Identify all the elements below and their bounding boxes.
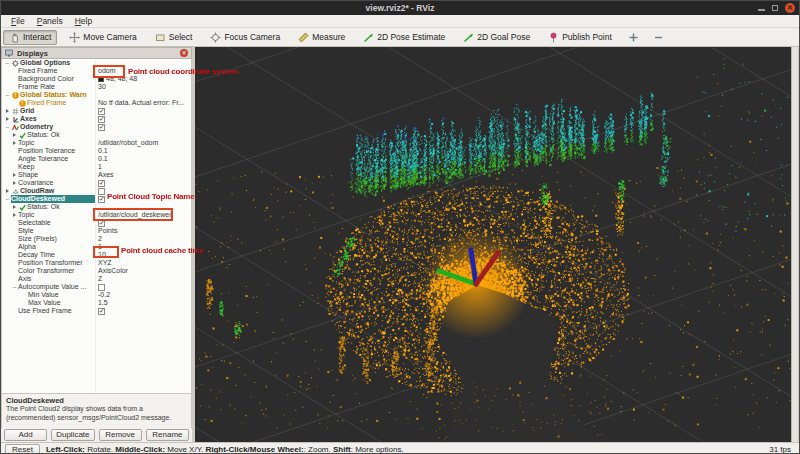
tree-row-frame-rate[interactable]: Frame Rate30: [2, 83, 191, 91]
checkbox-checked[interactable]: [98, 108, 105, 115]
tree-row-alpha[interactable]: Alpha1: [2, 243, 191, 251]
expand-icon[interactable]: [11, 131, 18, 139]
add-button[interactable]: Add: [4, 429, 47, 441]
tool-measure[interactable]: Measure: [292, 30, 351, 45]
tree-row-global-status-warn[interactable]: –!Global Status: Warn: [2, 91, 191, 99]
tree-value[interactable]: [95, 59, 191, 67]
tree-value[interactable]: [95, 203, 191, 211]
tree-value[interactable]: 0.1: [95, 155, 191, 163]
expand-icon[interactable]: [4, 115, 11, 123]
tree-row-grid[interactable]: Grid: [2, 107, 191, 115]
tree-row-fixed-frame[interactable]: !Fixed FrameNo tf data. Actual error: Fr…: [2, 99, 191, 107]
tree-value[interactable]: 0.1: [95, 147, 191, 155]
tree-row-topic[interactable]: Topic/utlidar/robot_odom: [2, 139, 191, 147]
collapse-icon[interactable]: –: [4, 91, 11, 99]
minimize-icon[interactable]: [758, 9, 765, 11]
tree-value[interactable]: [95, 307, 191, 315]
tree-row-odometry[interactable]: –Odometry: [2, 123, 191, 131]
tool-2d-pose-estimate[interactable]: 2D Pose Estimate: [357, 30, 451, 45]
tree-value[interactable]: 2: [95, 235, 191, 243]
tree-row-status-ok[interactable]: Status: Ok: [2, 203, 191, 211]
checkbox-checked[interactable]: [98, 180, 105, 187]
tree-value[interactable]: 1: [95, 163, 191, 171]
tree-row-use-fixed-frame[interactable]: Use Fixed Frame: [2, 307, 191, 315]
tree-row-position-tolerance[interactable]: Position Tolerance0.1: [2, 147, 191, 155]
checkbox-checked[interactable]: [98, 308, 105, 315]
expand-icon[interactable]: [4, 107, 11, 115]
expand-icon[interactable]: [11, 139, 18, 147]
tree-row-style[interactable]: StylePoints: [2, 227, 191, 235]
tree-row-shape[interactable]: ShapeAxes: [2, 171, 191, 179]
tree-row-size-pixels-[interactable]: Size (Pixels)2: [2, 235, 191, 243]
menu-file[interactable]: File: [6, 16, 30, 26]
tree-row-covariance[interactable]: Covariance: [2, 179, 191, 187]
tree-row-position-transformer[interactable]: Position TransformerXYZ: [2, 259, 191, 267]
collapse-icon[interactable]: –: [4, 195, 11, 203]
expand-icon[interactable]: [4, 187, 11, 195]
duplicate-button[interactable]: Duplicate: [51, 429, 94, 441]
tree-value[interactable]: [95, 131, 191, 139]
tool-move-camera[interactable]: Move Camera: [63, 30, 142, 45]
close-icon[interactable]: ✕: [785, 3, 795, 13]
tree-value[interactable]: XYZ: [95, 259, 191, 267]
tree-value[interactable]: 1: [95, 243, 191, 251]
tool-2d-goal-pose[interactable]: 2D Goal Pose: [457, 30, 536, 45]
tree-row-clouddeskewed[interactable]: –CloudDeskewed: [2, 195, 191, 203]
collapse-icon[interactable]: –: [11, 283, 18, 291]
tree-value[interactable]: [95, 187, 191, 195]
tool-add-tool[interactable]: [624, 30, 643, 45]
tree-row-min-value[interactable]: Min Value-0.2: [2, 291, 191, 299]
collapse-icon[interactable]: –: [4, 123, 11, 131]
tree-value[interactable]: [95, 91, 191, 99]
checkbox-checked[interactable]: [98, 196, 105, 203]
tree-value[interactable]: 30: [95, 83, 191, 91]
tree-row-max-value[interactable]: Max Value1.5: [2, 299, 191, 307]
menu-help[interactable]: Help: [70, 16, 97, 26]
tree-value[interactable]: /utlidar/robot_odom: [95, 139, 191, 147]
maximize-icon[interactable]: [772, 5, 778, 11]
tree-row-topic[interactable]: Topic/utlidar/cloud_deskewed: [2, 211, 191, 219]
tree-row-keep[interactable]: Keep1: [2, 163, 191, 171]
tree-value[interactable]: [95, 123, 191, 131]
checkbox-unchecked[interactable]: [98, 284, 105, 291]
collapse-icon[interactable]: –: [4, 59, 11, 67]
viewport-canvas[interactable]: [195, 47, 791, 442]
tree-row-selectable[interactable]: Selectable: [2, 219, 191, 227]
tree-value[interactable]: Z: [95, 275, 191, 283]
tree-value[interactable]: No tf data. Actual error: Fr...: [95, 99, 191, 107]
tree-value[interactable]: odom: [95, 67, 191, 75]
tree-value[interactable]: Points: [95, 227, 191, 235]
expand-icon[interactable]: [11, 211, 18, 219]
checkbox-checked[interactable]: [98, 124, 105, 131]
checkbox-checked[interactable]: [98, 220, 105, 227]
tree-value[interactable]: Axes: [95, 171, 191, 179]
tree-value[interactable]: /utlidar/cloud_deskewed: [95, 211, 191, 219]
expand-icon[interactable]: [11, 179, 18, 187]
tree-row-global-options[interactable]: –Global Options: [2, 59, 191, 67]
tree-value[interactable]: 10: [95, 251, 191, 259]
checkbox-unchecked[interactable]: [98, 188, 105, 195]
tree-row-autocompute-value-[interactable]: –Autocompute Value ...: [2, 283, 191, 291]
tree-value[interactable]: 1.5: [95, 299, 191, 307]
expand-icon[interactable]: [11, 203, 18, 211]
rename-button[interactable]: Rename: [146, 429, 189, 441]
tool-select[interactable]: Select: [149, 30, 199, 45]
remove-button[interactable]: Remove: [99, 429, 142, 441]
tree-row-color-transformer[interactable]: Color TransformerAxisColor: [2, 267, 191, 275]
tree-row-angle-tolerance[interactable]: Angle Tolerance0.1: [2, 155, 191, 163]
tree-row-cloudraw[interactable]: CloudRaw: [2, 187, 191, 195]
tree-value[interactable]: [95, 179, 191, 187]
tree-value[interactable]: [95, 219, 191, 227]
tree-row-axis[interactable]: AxisZ: [2, 275, 191, 283]
tool-remove-tool[interactable]: [649, 30, 668, 45]
tree-value[interactable]: 48; 48; 48: [95, 75, 191, 83]
tree-value[interactable]: [95, 115, 191, 123]
tree-value[interactable]: -0.2: [95, 291, 191, 299]
tree-row-axes[interactable]: Axes: [2, 115, 191, 123]
panel-close-icon[interactable]: ✕: [180, 49, 188, 57]
tool-interact[interactable]: Interact: [3, 30, 57, 45]
tool-publish-point[interactable]: Publish Point: [542, 30, 618, 45]
tree-value[interactable]: AxisColor: [95, 267, 191, 275]
tree-value[interactable]: [95, 107, 191, 115]
expand-icon[interactable]: [11, 171, 18, 179]
